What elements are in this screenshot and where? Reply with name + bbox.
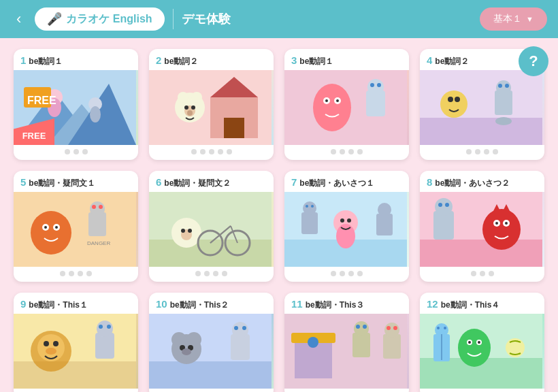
svg-point-15 [178,92,188,103]
card-image[interactable] [284,314,409,389]
dot [471,271,476,276]
card-item[interactable]: 10be動詞・This２ [149,293,274,392]
card-item[interactable]: 5be動詞・疑問文１ DANGER [14,171,138,282]
card-image[interactable] [149,314,274,389]
card-number: 9 [20,298,26,310]
svg-point-58 [181,229,185,233]
svg-point-81 [438,203,442,207]
svg-point-40 [495,117,512,125]
svg-point-118 [354,321,369,336]
svg-point-136 [478,341,480,344]
svg-rect-75 [376,214,393,235]
card-image[interactable] [284,70,409,145]
dot [466,149,472,154]
svg-point-22 [313,84,351,131]
card-number: 3 [291,54,297,66]
dot [480,271,485,276]
svg-rect-121 [383,334,401,359]
card-image[interactable]: FREE FREE [14,70,138,145]
svg-point-104 [171,332,186,347]
card-image[interactable] [284,192,409,267]
svg-point-87 [505,222,508,225]
svg-point-132 [458,329,491,367]
card-image[interactable] [149,70,274,145]
svg-rect-117 [352,333,370,357]
svg-point-83 [482,209,521,250]
card-item[interactable]: 2be動詞２ [149,49,274,160]
svg-point-7 [90,106,101,122]
card-dots [420,389,544,392]
card-number: 1 [20,54,26,66]
card-image[interactable] [420,314,544,389]
svg-point-80 [435,198,453,216]
level-select-button[interactable]: 基本１ [480,7,547,31]
svg-point-19 [191,105,195,110]
card-dots [420,145,544,160]
dot [331,271,336,276]
svg-point-95 [53,341,59,346]
dot [65,149,70,154]
card-number: 2 [156,54,161,66]
card-number: 12 [427,298,438,310]
dot [357,149,363,154]
card-title: 6be動詞・疑問文２ [149,171,274,192]
dot [348,271,354,276]
card-title: 2be動詞２ [149,49,274,70]
card-title: 7be動詞・あいさつ１ [284,171,409,192]
card-number: 10 [156,298,167,310]
card-title: 1be動詞１ [14,49,138,70]
svg-point-105 [186,332,201,347]
svg-rect-67 [301,212,318,234]
card-item[interactable]: 3be動詞１ [284,49,409,160]
svg-point-119 [356,325,360,329]
svg-point-46 [55,226,58,229]
dot [209,149,214,154]
svg-point-82 [445,203,449,207]
svg-point-38 [498,84,502,88]
card-title: 8be動詞・あいさつ２ [420,171,544,192]
svg-point-108 [182,348,191,355]
card-image[interactable] [14,314,138,389]
card-title: 5be動詞・疑問文１ [14,171,138,192]
svg-point-39 [505,84,509,88]
card-title: 11be動詞・This３ [284,293,409,314]
card-item[interactable]: 1be動詞１ FREE FREE [14,49,138,160]
card-image[interactable] [420,70,544,145]
svg-text:DANGER: DANGER [87,240,110,246]
card-item[interactable]: 7be動詞・あいさつ１ [284,171,409,282]
dot [357,271,363,276]
dot [340,271,345,276]
dot [489,271,494,276]
card-grid: 1be動詞１ FREE FREE2be動詞２ 3be動詞１ [14,49,544,392]
svg-point-98 [97,321,113,337]
card-item[interactable]: 6be動詞・疑問文２ [149,171,274,282]
dot [195,271,201,276]
svg-rect-102 [149,361,272,389]
dot [227,149,232,154]
back-button[interactable]: ‹ [11,9,27,29]
card-image[interactable] [149,192,274,267]
dot [213,271,218,276]
svg-rect-13 [224,118,244,138]
svg-point-35 [455,97,460,102]
card-image[interactable]: DANGER [14,192,138,267]
card-item[interactable]: 8be動詞・あいさつ２ [420,171,544,282]
card-item[interactable]: 11be動詞・This３ [284,293,409,392]
card-title: 9be動詞・This１ [14,293,138,314]
card-dots [149,389,274,392]
svg-point-111 [234,326,238,330]
svg-rect-32 [420,118,542,145]
svg-point-16 [191,92,202,103]
dot [69,271,74,276]
svg-point-30 [377,83,381,87]
svg-point-34 [448,97,453,102]
card-item[interactable]: 9be動詞・This１ [14,293,138,392]
main-content: ? 1be動詞１ FREE FREE2be動詞２ 3be動詞１ [0,38,558,392]
card-item[interactable]: 12be動詞・This４ [420,293,544,392]
svg-point-45 [44,226,47,229]
logo-text: カラオケ English [66,12,152,27]
svg-point-135 [468,341,471,344]
card-number: 5 [20,176,26,188]
help-button[interactable]: ? [519,46,548,76]
card-image[interactable] [420,192,544,267]
